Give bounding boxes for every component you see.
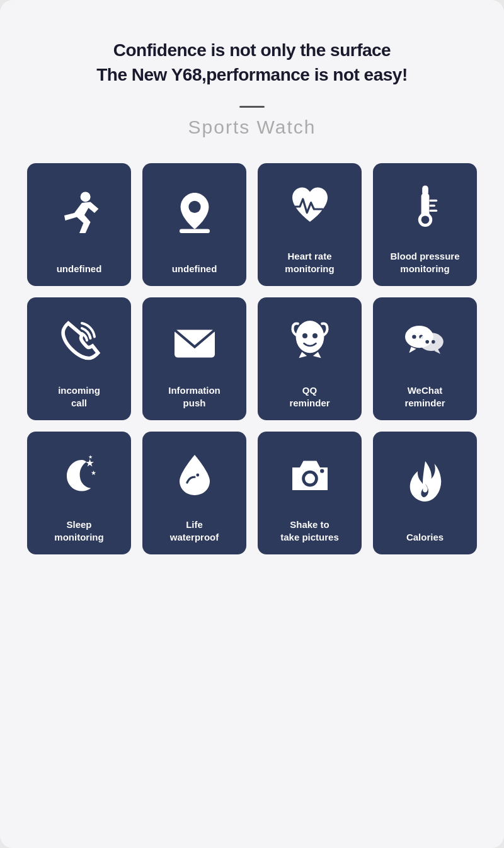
svg-rect-2	[180, 229, 210, 233]
calories-icon	[373, 432, 477, 531]
incoming-call-label: incomingcall	[52, 384, 106, 409]
distance-label: undefined	[166, 263, 224, 275]
blood-pressure-label: Blood pressuremonitoring	[384, 250, 466, 275]
sleep-monitoring-label: Sleepmonitoring	[48, 519, 110, 543]
svg-point-18	[425, 340, 429, 344]
feature-card-running[interactable]: undefined	[27, 163, 131, 286]
section-title: Sports Watch	[188, 117, 316, 138]
svg-point-12	[302, 333, 307, 338]
features-grid: undefined undefined Heart ratemonitoring…	[27, 163, 477, 554]
feature-card-heart-rate[interactable]: Heart ratemonitoring	[258, 163, 362, 286]
qq-reminder-label: QQreminder	[283, 384, 336, 409]
svg-point-19	[432, 340, 435, 344]
svg-text:★: ★	[88, 455, 93, 461]
svg-point-15	[412, 335, 416, 339]
incoming-call-icon	[27, 297, 131, 384]
feature-card-calories[interactable]: Calories	[373, 432, 477, 554]
feature-card-qq-reminder[interactable]: QQreminder	[258, 297, 362, 420]
headline-line1: Confidence is not only the surface	[113, 40, 391, 60]
shake-pictures-icon	[258, 432, 362, 519]
running-label: undefined	[50, 263, 108, 275]
svg-rect-7	[429, 200, 437, 202]
distance-icon	[142, 163, 246, 263]
divider	[239, 106, 265, 108]
feature-card-information-push[interactable]: Informationpush	[142, 297, 246, 420]
wechat-reminder-icon	[373, 297, 477, 384]
feature-card-blood-pressure[interactable]: Blood pressuremonitoring	[373, 163, 477, 286]
svg-point-25	[305, 474, 315, 484]
sleep-monitoring-icon: ★ ★ ★	[27, 432, 131, 519]
headline-line2: The New Y68,performance is not easy!	[96, 65, 407, 84]
svg-point-1	[188, 201, 200, 213]
calories-label: Calories	[400, 531, 450, 544]
svg-point-23	[196, 474, 199, 477]
shake-pictures-label: Shake totake pictures	[274, 519, 345, 543]
svg-text:★: ★	[90, 469, 96, 476]
svg-point-26	[320, 469, 324, 473]
svg-point-17	[419, 333, 443, 352]
life-waterproof-label: Lifewaterproof	[164, 519, 226, 543]
feature-card-distance[interactable]: undefined	[142, 163, 246, 286]
feature-card-incoming-call[interactable]: incomingcall	[27, 297, 131, 420]
running-icon	[27, 163, 131, 263]
feature-card-life-waterproof[interactable]: Lifewaterproof	[142, 432, 246, 554]
svg-rect-8	[429, 205, 435, 207]
life-waterproof-icon	[142, 432, 246, 519]
feature-card-sleep-monitoring[interactable]: ★ ★ ★ Sleepmonitoring	[27, 432, 131, 554]
page-container: Confidence is not only the surface The N…	[0, 0, 504, 848]
feature-card-shake-pictures[interactable]: Shake totake pictures	[258, 432, 362, 554]
headline: Confidence is not only the surface The N…	[96, 38, 407, 87]
information-push-label: Informationpush	[162, 384, 227, 409]
qq-reminder-icon	[258, 297, 362, 384]
blood-pressure-icon	[373, 163, 477, 250]
svg-point-11	[295, 321, 324, 353]
wechat-reminder-label: WeChatreminder	[398, 384, 451, 409]
feature-card-wechat-reminder[interactable]: WeChatreminder	[373, 297, 477, 420]
svg-point-6	[421, 216, 429, 224]
svg-point-13	[312, 333, 318, 338]
svg-rect-9	[429, 210, 437, 212]
information-push-icon	[142, 297, 246, 384]
heart-rate-label: Heart ratemonitoring	[278, 250, 340, 275]
svg-point-0	[80, 192, 90, 202]
heart-rate-icon	[258, 163, 362, 250]
